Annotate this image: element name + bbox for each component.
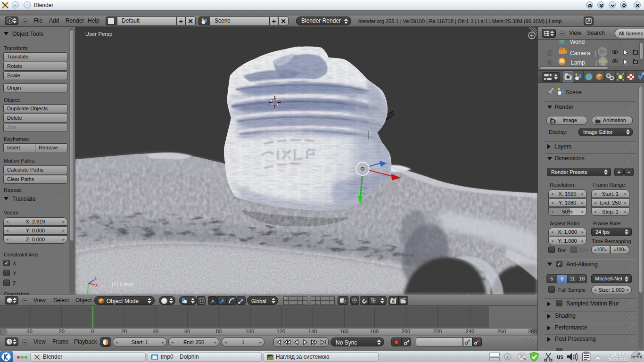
svg-text:(1) Lamp: (1) Lamp — [112, 281, 133, 287]
svg-text:Camera: Camera — [570, 50, 590, 57]
svg-text:160: 160 — [340, 329, 348, 334]
svg-text:|: | — [594, 50, 596, 57]
svg-text:280: 280 — [528, 329, 537, 334]
svg-text:180: 180 — [370, 329, 379, 334]
svg-text:Lamp: Lamp — [571, 59, 585, 66]
svg-text:80: 80 — [216, 329, 222, 334]
svg-text:User Persp: User Persp — [85, 31, 113, 37]
svg-text:-20: -20 — [57, 329, 65, 334]
svg-text:z: z — [94, 275, 97, 280]
svg-text:260: 260 — [497, 329, 506, 334]
svg-text:140: 140 — [308, 329, 317, 334]
svg-text:100: 100 — [246, 329, 254, 334]
svg-text:40: 40 — [153, 329, 158, 334]
svg-text:0: 0 — [91, 329, 94, 334]
svg-text:200: 200 — [402, 329, 410, 334]
svg-text:220: 220 — [433, 329, 442, 334]
svg-text:60: 60 — [184, 329, 190, 334]
svg-text:20: 20 — [121, 329, 127, 334]
svg-text:120: 120 — [277, 329, 285, 334]
svg-text:|: | — [595, 59, 597, 66]
svg-text:-40: -40 — [25, 329, 33, 334]
svg-text:240: 240 — [466, 329, 474, 334]
svg-text:x: x — [95, 282, 98, 288]
svg-text:World: World — [570, 40, 585, 45]
